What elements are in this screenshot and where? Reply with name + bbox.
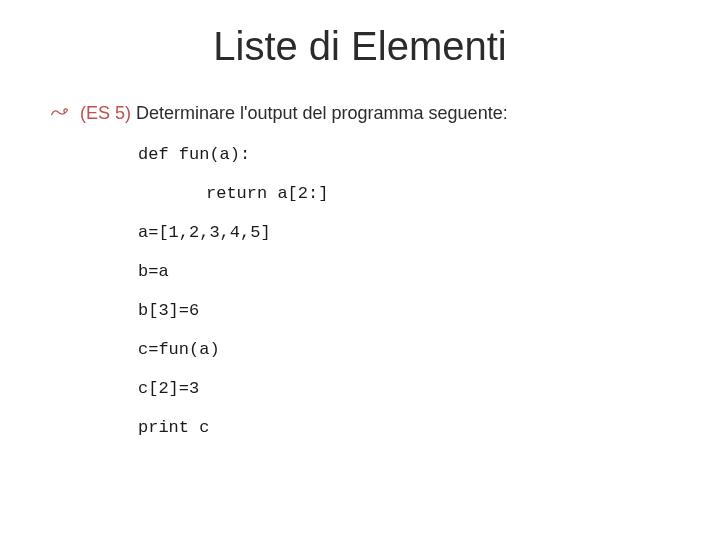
code-line: def fun(a):: [138, 146, 670, 163]
code-line: return a[2:]: [138, 185, 670, 202]
code-line: c[2]=3: [138, 380, 670, 397]
code-line: c=fun(a): [138, 341, 670, 358]
swirl-bullet-icon: [50, 103, 70, 126]
code-block: def fun(a): return a[2:] a=[1,2,3,4,5] b…: [138, 146, 670, 436]
code-line: b=a: [138, 263, 670, 280]
bullet-text: (ES 5) Determinare l'output del programm…: [80, 103, 508, 124]
bullet-item: (ES 5) Determinare l'output del programm…: [50, 101, 670, 124]
bullet-description: Determinare l'output del programma segue…: [131, 103, 508, 123]
page-title: Liste di Elementi: [50, 24, 670, 69]
code-line: b[3]=6: [138, 302, 670, 319]
code-line: print c: [138, 419, 670, 436]
slide: Liste di Elementi (ES 5) Determinare l'o…: [0, 0, 720, 540]
exercise-label: (ES 5): [80, 103, 131, 123]
code-line: a=[1,2,3,4,5]: [138, 224, 670, 241]
